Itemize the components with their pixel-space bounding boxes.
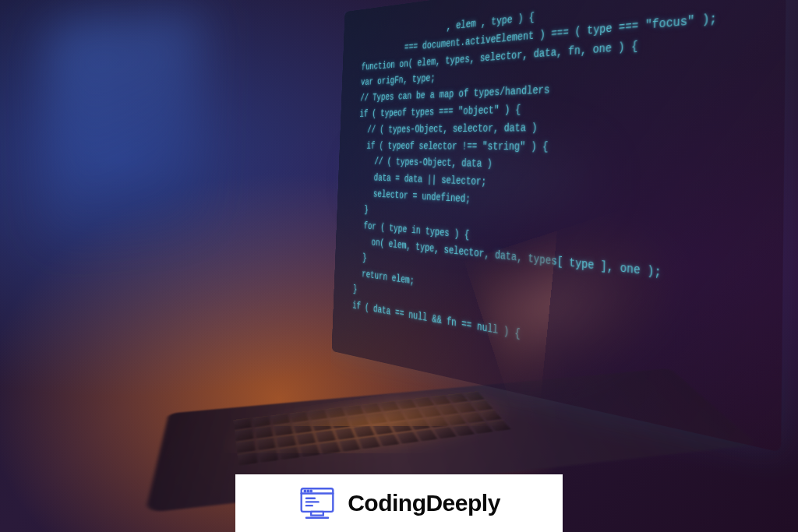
floating-code-text: , elem , type ) { === document.activeEle… — [352, 0, 757, 386]
keyboard-key — [408, 418, 430, 430]
keyboard-key — [366, 413, 387, 424]
keyboard-key — [308, 409, 327, 420]
keyboard-key — [334, 428, 355, 440]
keyboard-key — [478, 410, 501, 421]
keyboard-key — [444, 414, 467, 425]
keyboard-key — [274, 424, 293, 435]
keyboard-key — [430, 395, 451, 405]
keyboard-key — [278, 446, 299, 460]
keyboard-key — [295, 432, 316, 445]
keyboard-key — [319, 441, 341, 454]
keyboard-key — [377, 434, 400, 446]
keyboard-key — [471, 400, 493, 410]
keyboard-key — [362, 403, 382, 414]
keyboard-key — [447, 393, 468, 403]
keyboard-key — [233, 417, 251, 429]
keyboard-key — [252, 416, 270, 428]
photo-scene: , elem , type ) { === document.activeEle… — [0, 0, 798, 532]
keyboard-key — [390, 421, 411, 432]
code-line: // ( types-Object, selector, data ) — [358, 115, 755, 138]
keyboard-key — [426, 416, 449, 428]
keyboard-key — [463, 391, 484, 401]
keyboard-key — [419, 407, 441, 417]
keyboard-key — [402, 408, 423, 419]
keyboard-key — [344, 405, 363, 416]
keyboard-key — [298, 444, 320, 457]
svg-point-3 — [308, 491, 309, 492]
keyboard-key — [396, 432, 418, 444]
keyboard-key — [315, 430, 336, 442]
keyboard-key — [461, 412, 484, 423]
keyboard-key — [353, 425, 374, 437]
keyboard-key — [254, 426, 274, 438]
laptop-screen: , elem , type ) { === document.activeEle… — [331, 0, 786, 453]
svg-point-4 — [311, 491, 312, 492]
keyboard-key — [289, 411, 309, 422]
keyboard-key — [454, 402, 475, 412]
keyboard-key — [436, 404, 458, 415]
keyboard-key — [413, 397, 434, 407]
keyboard-key — [276, 435, 296, 447]
keyboard-key — [330, 417, 350, 428]
keyboard-key — [358, 436, 380, 449]
brand-name-text: CodingDeeply — [348, 490, 500, 516]
keyboard-key — [235, 428, 253, 441]
keyboard-key — [372, 423, 394, 435]
keyboard-key — [256, 437, 275, 449]
svg-rect-8 — [311, 512, 323, 516]
keyboard-key — [348, 415, 369, 427]
keyboard-key — [379, 401, 399, 411]
keyboard-key — [292, 421, 312, 433]
keyboard-key — [384, 410, 405, 421]
keyboard-key — [271, 414, 290, 425]
brand-logo-banner: CodingDeeply — [235, 474, 563, 532]
computer-code-icon — [298, 486, 337, 520]
keyboard-key — [338, 439, 360, 452]
keyboard-key — [235, 439, 255, 453]
keyboard-key — [396, 399, 416, 409]
keyboard-key — [326, 407, 345, 418]
keyboard-key — [311, 419, 331, 431]
laptop: , elem , type ) { === document.activeEle… — [94, 0, 756, 532]
svg-point-2 — [305, 491, 306, 492]
